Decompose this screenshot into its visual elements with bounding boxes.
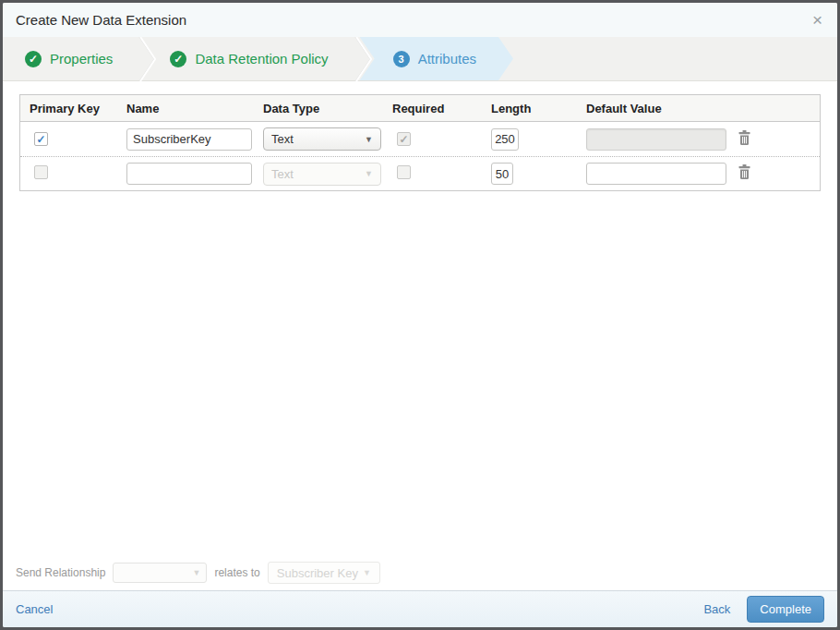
trash-icon bbox=[738, 164, 751, 180]
complete-button[interactable]: Complete bbox=[747, 596, 824, 623]
chevron-down-icon: ▼ bbox=[365, 169, 373, 178]
header-primary-key: Primary Key bbox=[20, 102, 117, 115]
chevron-down-icon: ▼ bbox=[363, 568, 371, 577]
header-name: Name bbox=[117, 102, 254, 115]
check-circle-icon: ✓ bbox=[25, 51, 42, 67]
dialog-title: Create New Data Extension bbox=[16, 12, 186, 28]
header-required: Required bbox=[383, 102, 482, 115]
name-input[interactable] bbox=[126, 163, 252, 185]
step-data-retention-policy[interactable]: ✓ Data Retention Policy bbox=[157, 37, 352, 80]
data-type-value: Text bbox=[271, 132, 294, 146]
send-relationship-select: ▼ bbox=[113, 563, 207, 583]
primary-key-checkbox[interactable] bbox=[34, 165, 48, 179]
relates-to-value: Subscriber Key bbox=[277, 566, 358, 580]
required-checkbox[interactable] bbox=[397, 165, 411, 179]
step-separator-icon bbox=[137, 37, 157, 81]
default-value-input bbox=[586, 128, 726, 151]
table-row: ✓ Text ▼ ✓ bbox=[20, 122, 820, 156]
dialog-footer: Cancel Back Complete bbox=[3, 590, 837, 627]
length-input[interactable] bbox=[491, 128, 519, 151]
table-header-row: Primary Key Name Data Type Required Leng… bbox=[20, 95, 820, 122]
primary-key-checkbox[interactable]: ✓ bbox=[34, 132, 48, 146]
trash-icon bbox=[738, 130, 751, 146]
chevron-down-icon: ▼ bbox=[365, 135, 373, 144]
create-data-extension-dialog: Create New Data Extension × ✓ Properties… bbox=[0, 0, 840, 630]
cancel-link[interactable]: Cancel bbox=[16, 602, 53, 616]
header-data-type: Data Type bbox=[254, 102, 383, 115]
back-link[interactable]: Back bbox=[703, 602, 730, 616]
check-circle-icon: ✓ bbox=[170, 51, 186, 67]
delete-row-button[interactable] bbox=[736, 163, 753, 185]
length-input[interactable] bbox=[491, 163, 513, 185]
step-data-retention-label: Data Retention Policy bbox=[195, 51, 328, 67]
delete-row-button[interactable] bbox=[736, 128, 753, 151]
send-relationship-row: Send Relationship ▼ relates to Subscribe… bbox=[16, 562, 380, 584]
step-attributes[interactable]: 3 Attributes bbox=[360, 37, 513, 80]
header-length: Length bbox=[482, 102, 577, 115]
wizard-steps: ✓ Properties ✓ Data Retention Policy 3 A… bbox=[3, 37, 837, 81]
data-type-value: Text bbox=[271, 167, 294, 181]
name-input[interactable] bbox=[126, 128, 252, 151]
step-properties-label: Properties bbox=[50, 51, 113, 67]
table-row: Text ▼ bbox=[20, 156, 820, 190]
send-relationship-label: Send Relationship bbox=[16, 566, 105, 579]
default-value-input[interactable] bbox=[586, 163, 726, 185]
step-attributes-label: Attributes bbox=[418, 51, 476, 67]
required-checkbox: ✓ bbox=[397, 132, 411, 146]
relates-to-select: Subscriber Key ▼ bbox=[268, 562, 380, 584]
data-type-select[interactable]: Text ▼ bbox=[263, 127, 381, 151]
relates-to-label: relates to bbox=[214, 566, 259, 579]
step-number-badge: 3 bbox=[393, 51, 410, 67]
header-default-value: Default Value bbox=[577, 102, 726, 115]
chevron-down-icon: ▼ bbox=[192, 568, 200, 577]
close-icon[interactable]: × bbox=[810, 11, 824, 29]
dialog-titlebar: Create New Data Extension × bbox=[3, 3, 837, 37]
attributes-table: Primary Key Name Data Type Required Leng… bbox=[19, 94, 821, 191]
data-type-select: Text ▼ bbox=[263, 163, 381, 186]
step-properties[interactable]: ✓ Properties bbox=[12, 37, 137, 80]
